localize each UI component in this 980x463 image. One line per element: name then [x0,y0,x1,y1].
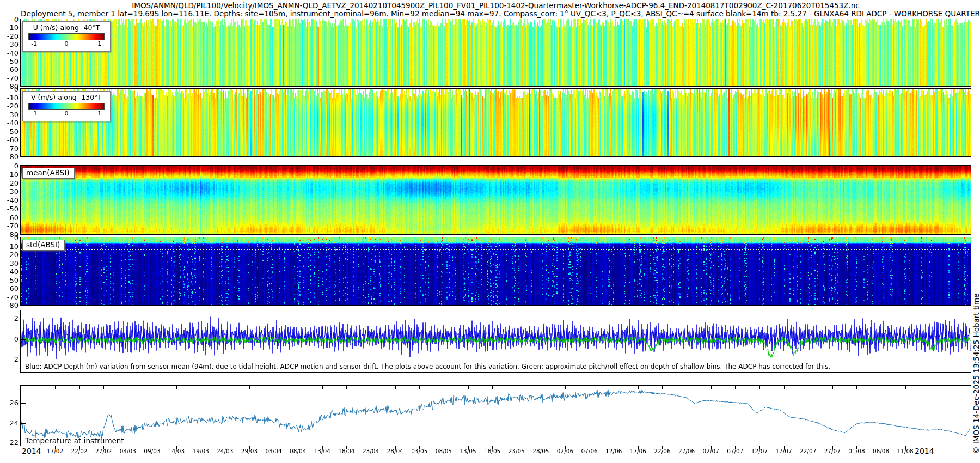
u-legend-title: U (m/s) along -40°T [23,23,110,32]
x-tick-mark [662,446,663,449]
y-axis-depth-tick-label: -10 [0,94,19,101]
x-tick-mark-top [176,386,177,389]
x-tick-mark-top [638,386,639,389]
imos-watermark: © IMOS 14-Dec-2025 13:54:25 Hobart time [972,294,980,454]
y-axis-depth-tick-label: -80 [0,302,19,309]
x-tick-mark [541,446,541,449]
depth-variation-note: Blue: ADCP Depth (m) variation from sens… [25,363,830,370]
temperature-plot [21,386,971,446]
x-tick-mark-top [419,386,420,389]
x-tick-mark [492,446,493,449]
x-tick-mark-top [662,386,663,389]
y-axis-depth-tick-label: -70 [0,222,19,229]
y-tick-mark [21,403,26,404]
x-tick-mark [590,446,590,449]
y-axis-depth-tick-label: -70 [0,75,19,82]
u-velocity-heatmap [21,19,971,86]
x-tick-mark-top [322,386,323,389]
x-tick-mark [176,446,177,449]
jet-colorbar [28,33,105,40]
x-tick-mark-top [128,386,128,389]
y-axis-depth-tick-label: -60 [0,285,19,292]
panel-std-absi: std(ABSI) [20,237,971,306]
y-axis-meters-tick-label: -2 [0,356,19,363]
x-tick-mark-top [249,386,250,389]
y-axis-depth-tick-label: -30 [0,260,19,267]
x-tick-mark-top [856,386,857,389]
x-tick-mark [395,446,396,449]
temperature-label: Temperature at instrument [25,436,124,445]
x-tick-mark-top [395,386,396,389]
x-tick-mark [79,446,80,449]
x-tick-mark-top [541,386,541,389]
x-tick-mark [614,446,614,449]
x-tick-mark-top [225,386,225,389]
x-tick-mark [298,446,298,449]
x-axis-year-left: 2014 [22,447,41,455]
y-axis-depth-tick-label: -20 [0,251,19,258]
x-tick-mark [808,446,808,449]
x-tick-mark-top [905,386,906,389]
x-tick-mark [225,446,225,449]
x-tick-mark-top [152,386,152,389]
y-axis-depth-tick-label: -80 [0,153,19,160]
y-axis-depth-tick-label: -60 [0,136,19,143]
x-tick-mark [832,446,833,449]
x-tick-mark-top [565,386,566,389]
y-axis-depth-tick-label: -20 [0,33,19,40]
x-tick-mark [735,446,736,449]
y-axis-depth-tick-label: -50 [0,128,19,135]
colorbar-tick-label: 1 [97,40,101,47]
y-axis-depth-tick-label: -70 [0,145,19,152]
colorbar-tick-label: -1 [31,110,37,117]
y-axis-depth-tick-label: 0 [0,234,19,241]
x-tick-mark [201,446,201,449]
panel-mean-absi: mean(ABSI) [20,165,971,235]
x-tick-mark-top [444,386,444,389]
x-tick-mark [103,446,104,449]
v-legend-title: V (m/s) along -130°T [23,93,110,101]
x-tick-mark [371,446,371,449]
x-tick-mark-top [784,386,785,389]
y-tick-mark [21,339,26,340]
y-axis-depth-tick-label: 0 [0,162,19,169]
y-axis-depth-tick-label: -20 [0,102,19,109]
y-axis-depth-tick-label: -30 [0,111,19,118]
x-tick-mark [468,446,469,449]
y-axis-depth-tick-label: -20 [0,180,19,187]
x-tick-mark-top [346,386,347,389]
colorbar-tick-label: 0 [65,110,69,117]
x-tick-mark [638,446,639,449]
x-tick-mark-top [201,386,201,389]
y-tick-mark [21,423,26,424]
v-colorbar-ticks: -1 0 1 [23,110,110,118]
adcp-figure: IMOS/ANMN/QLD/PIL100/Velocity/IMOS_ANMN-… [0,0,980,463]
x-tick-mark-top [298,386,298,389]
y-axis-temperature-tick-label: 26 [0,399,19,406]
y-tick-mark [21,319,26,319]
y-axis-depth-tick-label: -50 [0,58,19,65]
x-tick-mark-top [468,386,469,389]
y-axis-temperature-tick-label: 22 [0,439,19,446]
x-tick-mark-top [590,386,590,389]
y-axis-depth-tick-label: -40 [0,268,19,275]
y-axis-depth-tick-label: -60 [0,66,19,73]
y-axis-depth-tick-label: -70 [0,294,19,301]
x-tick-mark-top [759,386,760,389]
x-tick-mark-top [735,386,736,389]
y-axis-depth-tick-label: -40 [0,50,19,57]
x-tick-mark-top [808,386,808,389]
panel-depth-variation: Blue: ADCP Depth (m) variation from sens… [20,310,971,373]
x-tick-mark-top [517,386,517,389]
y-axis-depth-tick-label: -50 [0,277,19,284]
y-axis-depth-tick-label: -40 [0,119,19,126]
x-tick-mark [687,446,687,449]
x-tick-mark [128,446,128,449]
x-tick-mark [517,446,517,449]
x-tick-mark-top [79,386,80,389]
x-tick-mark-top [711,386,712,389]
x-tick-mark [249,446,250,449]
panel-u-velocity: U (m/s) along -40°T -1 0 1 [20,19,971,87]
y-axis-temperature-tick-label: 24 [0,419,19,427]
x-tick-mark-top [492,386,493,389]
